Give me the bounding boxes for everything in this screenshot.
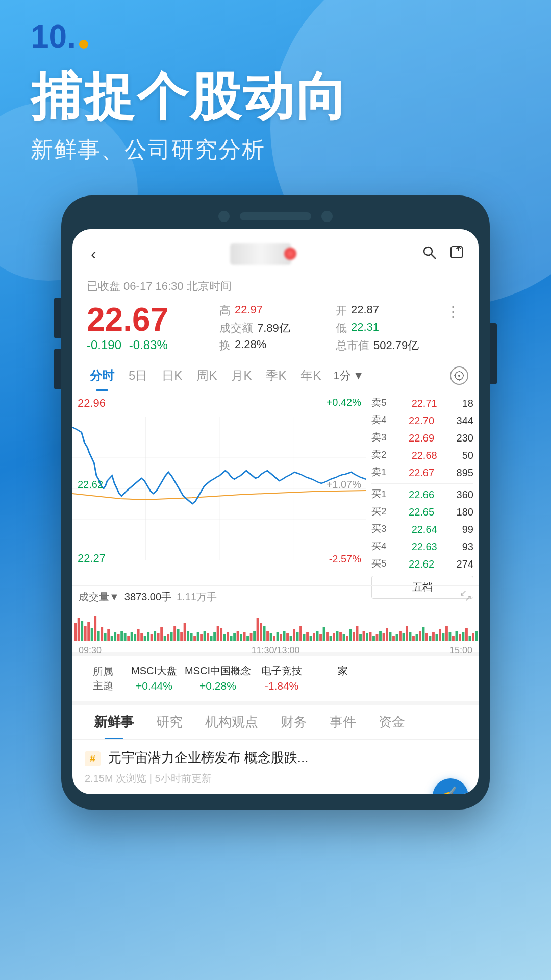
svg-rect-90	[323, 627, 325, 641]
svg-rect-40	[157, 633, 160, 641]
theme-esports[interactable]: 电子竞技 -1.84%	[251, 664, 312, 693]
news-item-1[interactable]: # 元宇宙潜力企业榜发布 概念股跌... 2.15M 次浏览 | 5小时前更新 …	[72, 740, 479, 794]
time-end: 15:00	[449, 645, 472, 656]
app-bar-center	[230, 243, 291, 265]
tab-interval[interactable]: 1分 ▼	[328, 365, 369, 386]
svg-rect-86	[310, 636, 312, 641]
svg-rect-45	[173, 626, 176, 641]
tab-events[interactable]: 事件	[318, 705, 367, 739]
chart-pct-high: +0.42%	[327, 397, 361, 408]
svg-rect-69	[253, 631, 256, 641]
tab-fenshi[interactable]: 分时	[83, 364, 121, 387]
search-icon[interactable]	[421, 244, 437, 263]
phone-top-bar	[72, 211, 479, 222]
svg-rect-66	[243, 632, 246, 641]
svg-rect-30	[124, 633, 127, 641]
crosshair-button[interactable]	[450, 366, 468, 385]
tab-weekk[interactable]: 周K	[189, 364, 224, 387]
svg-rect-136	[475, 631, 478, 641]
svg-rect-20	[91, 628, 93, 641]
time-mid: 11:30/13:00	[251, 645, 299, 656]
svg-rect-91	[326, 632, 329, 641]
svg-rect-126	[442, 633, 445, 641]
front-camera	[218, 211, 230, 222]
back-button[interactable]: ‹	[87, 240, 101, 267]
phone-mockup: ‹	[61, 195, 490, 810]
svg-rect-62	[230, 636, 233, 641]
stat-low: 低 22.31	[336, 321, 442, 336]
svg-rect-95	[339, 632, 342, 641]
time-start: 09:30	[79, 645, 102, 656]
svg-rect-73	[266, 631, 269, 641]
expand-chart-icon[interactable]	[459, 589, 472, 605]
svg-rect-122	[429, 636, 432, 641]
tab-monthk[interactable]: 月K	[224, 364, 259, 387]
svg-rect-92	[330, 636, 332, 641]
tab-dayk[interactable]: 日K	[155, 364, 189, 387]
interval-label: 1分	[333, 368, 350, 383]
ob-sell1: 卖1 22.67 895	[371, 464, 473, 481]
svg-rect-74	[270, 633, 272, 641]
current-price: 22.67	[87, 303, 219, 336]
vol-label[interactable]: 成交量▼	[79, 590, 119, 604]
write-icon: ✍	[439, 786, 462, 794]
ob-sell2: 卖2 22.68 50	[371, 447, 473, 464]
change-amount: -0.190	[87, 338, 121, 352]
ob-buy5: 买5 22.62 274	[371, 555, 473, 573]
price-stats: 高 22.97 开 22.87 成交额 7.89亿 低 22.31	[219, 303, 442, 353]
svg-rect-113	[399, 631, 402, 641]
svg-rect-96	[343, 634, 345, 641]
chart-order-area: 22.96 +0.42% 22.62 +1.07% 22.27 -2.57%	[72, 391, 479, 585]
tab-research[interactable]: 研究	[145, 705, 194, 739]
svg-rect-111	[392, 636, 395, 641]
front-camera-right	[321, 211, 333, 222]
svg-rect-80	[290, 636, 292, 641]
app-bar-icons	[421, 244, 464, 263]
svg-rect-44	[170, 632, 173, 641]
theme-msci-large[interactable]: MSCI大盘 +0.44%	[123, 664, 185, 693]
main-chart: 22.96 +0.42% 22.62 +1.07% 22.27 -2.57%	[72, 391, 366, 585]
tab-news[interactable]: 新鲜事	[83, 705, 145, 739]
svg-rect-115	[406, 626, 408, 641]
chart-price-high: 22.96	[78, 397, 106, 410]
svg-rect-49	[187, 631, 189, 641]
chart-pct-low: -2.57%	[329, 553, 361, 565]
svg-rect-51	[193, 636, 196, 641]
svg-rect-79	[286, 633, 289, 641]
tab-yeark[interactable]: 年K	[293, 364, 328, 387]
news-title: 元宇宙潜力企业榜发布 概念股跌...	[108, 750, 309, 765]
svg-rect-106	[376, 634, 379, 641]
svg-rect-27	[114, 632, 116, 641]
theme-msci-china[interactable]: MSCI中国概念 +0.28%	[185, 664, 251, 693]
tab-5day[interactable]: 5日	[121, 364, 155, 387]
tab-finance[interactable]: 财务	[269, 705, 318, 739]
more-options-icon[interactable]: ⋮	[442, 303, 464, 320]
app-bar: ‹	[72, 229, 479, 276]
svg-rect-100	[356, 626, 359, 641]
theme-more[interactable]: 家	[312, 664, 373, 693]
svg-rect-101	[359, 634, 362, 641]
price-main: 22.67 -0.190 -0.83%	[87, 303, 219, 352]
share-icon[interactable]	[449, 244, 464, 263]
svg-rect-87	[313, 633, 315, 641]
svg-rect-24	[104, 633, 107, 641]
tab-capital[interactable]: 资金	[367, 705, 416, 739]
ob-buy1: 买1 22.66 360	[371, 486, 473, 503]
svg-rect-89	[319, 634, 322, 641]
tab-institution[interactable]: 机构观点	[194, 705, 269, 739]
svg-rect-124	[436, 634, 438, 641]
svg-rect-21	[94, 616, 96, 641]
svg-rect-119	[419, 631, 421, 641]
tab-seasonk[interactable]: 季K	[259, 364, 293, 387]
svg-rect-50	[190, 633, 193, 641]
svg-rect-81	[293, 629, 295, 641]
svg-rect-120	[422, 627, 425, 641]
svg-rect-58	[217, 626, 219, 641]
top-area: 10. 捕捉个股动向 新鲜事、公司研究分析	[0, 0, 551, 165]
stock-logo-dot	[284, 248, 296, 260]
price-section: 22.67 -0.190 -0.83% 高 22.97 开 22.87	[72, 299, 479, 360]
svg-rect-41	[160, 627, 163, 641]
svg-rect-82	[296, 632, 299, 641]
vol-sub: 1.11万手	[177, 590, 217, 604]
svg-rect-56	[210, 636, 213, 641]
